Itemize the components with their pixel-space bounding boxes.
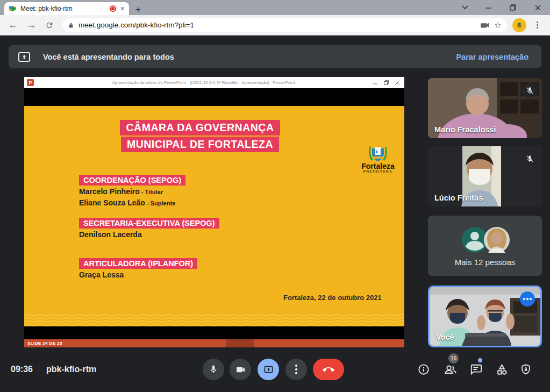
participant-tile-mario[interactable]: Mario Fracalossi [428,78,542,138]
slide-title: CÂMARA DA GOVERNANÇA MUNICIPAL DE FORTAL… [87,119,313,153]
chat-notification-dot [478,358,482,362]
chat-panel-button[interactable] [469,363,482,376]
participant-tile-lucio[interactable]: Lúcio Freitas [428,146,542,206]
ppt-status-bar: SLIDE 24 DE 25 [24,339,404,347]
camera-permission-icon[interactable] [480,22,490,29]
browser-toolbar: ← → meet.google.com/pbk-kfio-rtm?pli=1 ☆ [0,15,550,35]
overflow-avatars [428,216,542,276]
ppt-status-bar-segment [226,339,254,347]
back-button[interactable]: ← [5,18,20,33]
tab-title: Meet: pbk-kfio-rtm [20,5,105,12]
meeting-details-button[interactable] [417,363,430,376]
people-icon [444,363,457,376]
address-bar[interactable]: meet.google.com/pbk-kfio-rtm?pli=1 ☆ [62,18,507,32]
section-secretaria: SECRETARIA-EXECUTIVA (SEPOG) Denilson La… [79,218,219,239]
url-text: meet.google.com/pbk-kfio-rtm?pli=1 [78,21,476,29]
shared-powerpoint-window: P Apresentação de slides do PowerPoint -… [24,77,404,347]
participant-tile-overflow[interactable]: Mais 12 pessoas [428,216,542,276]
forward-button[interactable]: → [24,18,39,33]
meeting-time: 09:36 [11,365,33,374]
lock-icon [68,22,74,28]
shield-lock-icon [520,364,532,375]
mic-button[interactable] [203,359,224,380]
browser-tab[interactable]: Meet: pbk-kfio-rtm × [4,2,129,15]
ppt-window-title: Apresentação de slides do PowerPoint - [… [37,80,370,85]
slide-title-line1: CÂMARA DA GOVERNANÇA [120,120,280,136]
mic-off-icon [522,82,538,98]
window-restore-button[interactable] [502,0,524,15]
stop-presenting-button[interactable]: Parar apresentação [456,53,528,61]
activities-button[interactable] [495,363,508,376]
browser-menu-icon[interactable] [530,18,545,33]
fortaleza-prefeitura-logo: Fortaleza PREFEITURA [355,144,401,173]
participant-name: Você [436,333,454,341]
mic-off-icon [522,151,538,167]
logo-name: Fortaleza [355,163,401,170]
presenting-text: Você está apresentando para todos [43,53,443,61]
participant-name: Mario Fracalossi [434,125,496,134]
profile-avatar[interactable] [512,18,526,32]
mic-icon [209,365,218,374]
activities-icon [496,364,508,376]
bookmark-star-icon[interactable]: ☆ [494,20,502,30]
tab-recording-icon [110,5,116,12]
participant-tile-you[interactable]: Você [428,286,542,347]
tab-close-icon[interactable]: × [120,5,125,12]
overflow-count-label: Mais 12 pessoas [428,258,542,267]
slide-wave-decoration [24,313,404,326]
present-button-active[interactable] [258,359,279,380]
window-close-button[interactable] [527,0,548,15]
slide-title-line2: MUNICIPAL DE FORTALEZA [121,137,279,152]
people-panel-button[interactable] [444,363,457,376]
present-icon [18,52,30,62]
end-call-button[interactable] [313,359,344,380]
divider [39,364,39,375]
slide-counter: SLIDE 24 DE 25 [27,341,62,346]
info-icon [418,364,430,375]
tile-options-button[interactable] [520,291,535,307]
chat-icon [470,364,482,375]
section-coordenacao: COORDENAÇÃO (SEPOG) Marcelo Pinheiro - T… [79,175,185,208]
ppt-titlebar: P Apresentação de slides do PowerPoint -… [24,77,404,88]
videocam-icon [235,366,246,374]
kebab-icon [295,365,297,374]
slide-black-band [24,326,404,339]
window-menu-chevron-icon[interactable] [454,0,476,15]
slide-area: CÂMARA DA GOVERNANÇA MUNICIPAL DE FORTAL… [24,106,404,313]
end-call-icon [323,367,334,372]
camera-button[interactable] [230,359,251,380]
powerpoint-icon: P [27,79,34,86]
meet-favicon-icon [9,5,16,12]
participant-name: Lúcio Freitas [434,194,483,202]
participant-count-badge: 16 [448,353,459,364]
host-controls-button[interactable] [519,363,532,376]
meeting-code: pbk-kfio-rtm [46,365,96,374]
reload-button[interactable] [42,18,57,33]
presenting-banner: Você está apresentando para todos Parar … [9,45,541,68]
window-titlebar: Meet: pbk-kfio-rtm × + [0,0,550,15]
new-tab-button[interactable]: + [135,4,141,15]
browser-window: Meet: pbk-kfio-rtm × + ← → meet.google.c… [0,0,550,392]
section-articuladora: ARTICULADORA (IPLANFOR) Graça Lessa [79,258,197,280]
ppt-window-controls[interactable] [373,80,402,85]
present-icon [263,365,274,375]
slide-date: Fortaleza, 22 de outubro 2021 [283,294,382,302]
window-minimize-button[interactable] [477,0,499,15]
more-options-button[interactable] [285,359,307,380]
